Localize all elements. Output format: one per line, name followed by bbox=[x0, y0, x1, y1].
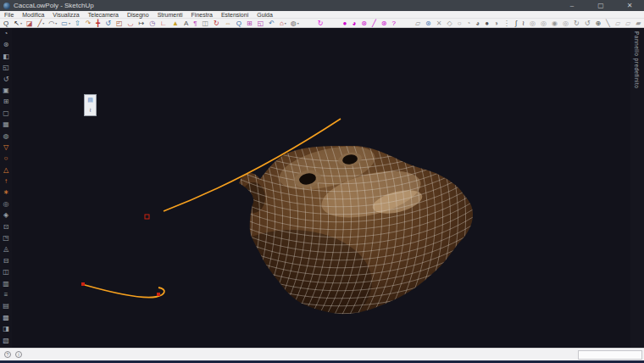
lt-diag-icon[interactable]: ▧ bbox=[0, 335, 12, 346]
lt-halfbottom-icon[interactable]: ◨ bbox=[0, 323, 12, 334]
droplet-quarter-icon[interactable]: ◔ bbox=[465, 19, 472, 28]
menu-item[interactable]: Telecamera bbox=[84, 11, 123, 19]
menu-item[interactable]: Strumenti bbox=[153, 11, 187, 19]
droplet-half-icon[interactable]: ◑ bbox=[493, 19, 500, 28]
protractor-icon[interactable]: ◷ bbox=[148, 19, 157, 28]
lt-mesh-icon[interactable]: ▦ bbox=[0, 119, 12, 130]
info-icon[interactable]: i bbox=[15, 351, 22, 358]
menu-item[interactable]: Guida bbox=[253, 11, 277, 19]
lt-rows-icon[interactable]: ▤ bbox=[0, 300, 12, 311]
lt-quadrant-icon[interactable]: ◳ bbox=[0, 232, 12, 243]
arrow-tool-icon[interactable]: ↖▾ bbox=[13, 19, 23, 28]
lt-gem-icon[interactable]: ◈ bbox=[0, 209, 12, 221]
measurements-input[interactable] bbox=[578, 350, 642, 360]
arc-tool-icon[interactable]: ◠▾ bbox=[47, 19, 58, 28]
lt-orbit-icon[interactable]: ◔ bbox=[0, 28, 12, 39]
endpoint-marker-end[interactable] bbox=[157, 293, 160, 296]
spin-ccw-icon[interactable]: ↺ bbox=[584, 19, 592, 28]
plane-filled-icon[interactable]: ▰ bbox=[635, 19, 642, 28]
component-spin-icon[interactable]: ↻ bbox=[317, 19, 325, 28]
add-circle-icon[interactable]: ⊕ bbox=[594, 19, 602, 28]
section-plane-icon[interactable]: ◫ bbox=[202, 19, 211, 28]
curve-pencil-icon[interactable]: ∫ bbox=[514, 19, 519, 28]
spin-cw-icon[interactable]: ↻ bbox=[573, 19, 581, 28]
menu-item[interactable]: Estensioni bbox=[217, 11, 253, 19]
lt-halfsquare-icon[interactable]: ◧ bbox=[0, 51, 12, 62]
tape-measure-icon[interactable]: ↦ bbox=[137, 19, 146, 28]
rotate-tool-icon[interactable]: ↺ bbox=[104, 19, 113, 28]
minimize-button[interactable]: – bbox=[558, 0, 586, 11]
ring-dot-icon[interactable]: ◉ bbox=[551, 19, 559, 28]
eraser-tool-icon[interactable]: ◪ bbox=[25, 19, 35, 28]
lt-target-icon[interactable]: ◎ bbox=[0, 198, 12, 209]
bezier-image-icon[interactable]: ▤ bbox=[85, 95, 96, 105]
menu-item[interactable]: Disegno bbox=[123, 11, 153, 19]
plugin-sphere-icon[interactable]: ● bbox=[342, 19, 349, 28]
default-tray-tab[interactable]: Pannello predefinito bbox=[634, 28, 640, 88]
ring-1-icon[interactable]: ◎ bbox=[529, 19, 537, 28]
dimension-icon[interactable]: ▲ bbox=[171, 19, 180, 28]
followme-tool-icon[interactable]: ↷ bbox=[85, 19, 93, 28]
lt-grid-icon[interactable]: ⊞ bbox=[0, 96, 12, 107]
folder-icon[interactable]: ▱ bbox=[414, 19, 422, 28]
rectangle-tool-icon[interactable]: ▭▾ bbox=[60, 19, 71, 28]
settings-gear-icon[interactable]: ⊛ bbox=[425, 19, 433, 28]
scale-tool-icon[interactable]: ◰ bbox=[115, 19, 125, 28]
plane-1-icon[interactable]: ▱ bbox=[614, 19, 622, 28]
offset-tool-icon[interactable]: ◡ bbox=[126, 19, 135, 28]
lt-minusbox-icon[interactable]: ⊟ bbox=[0, 255, 12, 266]
droplet-three-quarter-icon[interactable]: ◕ bbox=[475, 19, 481, 28]
dots-icon[interactable]: ⋮ bbox=[502, 19, 512, 28]
droplet-filled-icon[interactable]: ● bbox=[484, 19, 491, 28]
guide-curve-hook[interactable] bbox=[85, 285, 164, 298]
plugin-wheel-icon[interactable]: ⊛ bbox=[360, 19, 369, 28]
plugin-gear-icon[interactable]: ⊛ bbox=[380, 19, 389, 28]
plugin-help-icon[interactable]: ? bbox=[391, 19, 397, 28]
move-tool-icon[interactable]: ╋ bbox=[95, 19, 102, 28]
lt-funnel-icon[interactable]: ▽ bbox=[0, 142, 12, 153]
ring-2-icon[interactable]: ◎ bbox=[540, 19, 548, 28]
axes-icon[interactable]: ∟ bbox=[159, 19, 169, 28]
pencil-tool-icon[interactable]: ╱▾ bbox=[37, 19, 46, 28]
lt-arrow-up-icon[interactable]: ↑ bbox=[0, 176, 12, 187]
plugin-pie-icon[interactable]: ◕ bbox=[351, 19, 358, 28]
menu-item[interactable]: Modifica bbox=[18, 11, 48, 19]
lt-hatch-icon[interactable]: ▩ bbox=[0, 312, 12, 323]
menu-item[interactable]: Finestra bbox=[187, 11, 217, 19]
ring-3-icon[interactable]: ◎ bbox=[562, 19, 570, 28]
model-viewport[interactable]: ▤ ≀ bbox=[12, 28, 630, 348]
styles-icon[interactable]: ◍▾ bbox=[290, 19, 300, 28]
lt-square-icon[interactable]: ▢ bbox=[0, 108, 12, 119]
lt-triangle-icon[interactable]: △ bbox=[0, 165, 12, 176]
zoom-window-icon[interactable]: ⊞ bbox=[246, 19, 254, 28]
plane-2-icon[interactable]: ▱ bbox=[625, 19, 632, 28]
droplet-outline-icon[interactable]: ○ bbox=[457, 19, 464, 28]
close-button[interactable]: ✕ bbox=[615, 0, 644, 11]
zoom-tool-icon[interactable]: Q bbox=[236, 19, 243, 28]
lt-menu-icon[interactable]: ≡ bbox=[0, 289, 12, 300]
lt-tri-dot-icon[interactable]: ◬ bbox=[0, 243, 12, 254]
text-tool-icon[interactable]: A bbox=[183, 19, 190, 28]
lt-undo-icon[interactable]: ↺ bbox=[0, 74, 12, 85]
delete-icon[interactable]: ✕ bbox=[436, 19, 444, 28]
lt-gear-icon[interactable]: ⊛ bbox=[0, 39, 12, 50]
wave-pencil-icon[interactable]: ≀ bbox=[521, 19, 526, 28]
menu-item[interactable]: File bbox=[0, 11, 18, 19]
endpoint-marker-start[interactable] bbox=[81, 282, 85, 286]
maximize-button[interactable]: ▢ bbox=[586, 0, 615, 11]
lt-boxdot-icon[interactable]: ⊡ bbox=[0, 221, 12, 232]
lt-lines-icon[interactable]: ▥ bbox=[0, 278, 12, 289]
geolocation-icon[interactable]: ? bbox=[4, 351, 11, 358]
previous-view-icon[interactable]: ↶ bbox=[268, 19, 276, 28]
lt-split-icon[interactable]: ◫ bbox=[0, 266, 12, 277]
zoom-extents-icon[interactable]: ◱ bbox=[257, 19, 266, 28]
endpoint-marker-open[interactable] bbox=[145, 215, 149, 219]
pushpull-tool-icon[interactable]: ⇧ bbox=[74, 19, 82, 28]
lt-ring-icon[interactable]: ○ bbox=[0, 153, 12, 164]
plugin-pencil-icon[interactable]: ╱ bbox=[371, 19, 378, 28]
bezier-curve-icon[interactable]: ≀ bbox=[85, 105, 96, 115]
pan-tool-icon[interactable]: ⇔ bbox=[224, 19, 233, 28]
lt-fill-icon[interactable]: ▣ bbox=[0, 85, 12, 96]
lt-circle-dot-icon[interactable]: ◍ bbox=[0, 131, 12, 142]
orbit-tool-icon[interactable]: ↻ bbox=[213, 19, 221, 28]
